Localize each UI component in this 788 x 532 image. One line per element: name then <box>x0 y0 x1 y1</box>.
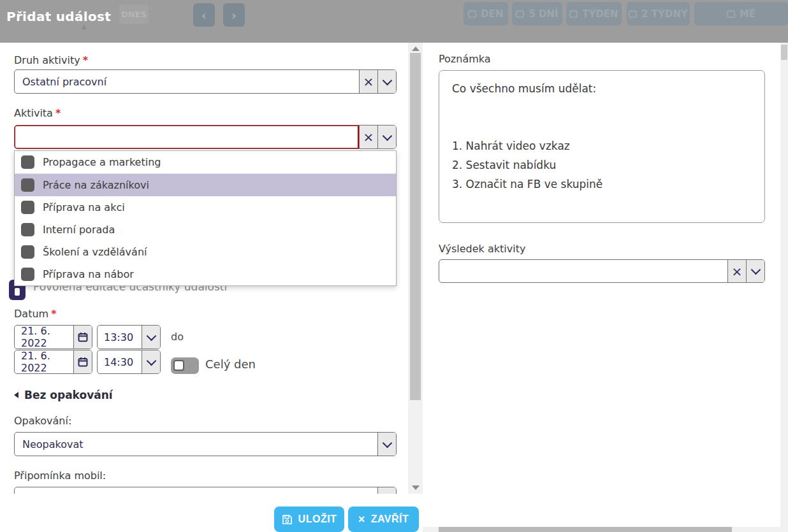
calendar-icon <box>78 357 88 367</box>
recurrence-select[interactable]: Neopakovat <box>14 432 397 456</box>
date-picker-button[interactable] <box>73 326 92 349</box>
start-time-value: 13:30 <box>98 326 142 349</box>
option-checkbox-icon <box>21 223 34 236</box>
option-checkbox-icon <box>21 155 34 169</box>
dropdown-option[interactable]: Interní porada <box>15 219 396 241</box>
dropdown-option[interactable]: Školení a vzdělávání <box>15 241 396 263</box>
recurrence-collapse-header[interactable]: Bez opakování <box>14 389 113 401</box>
save-floppy-icon <box>282 514 293 525</box>
view-day-button[interactable]: DEN <box>463 2 508 25</box>
close-icon: × <box>358 514 365 525</box>
scrollbar-thumb[interactable] <box>781 45 787 60</box>
form-scrollbar[interactable] <box>408 43 423 494</box>
reminder-label: Připomínka mobil: <box>14 470 106 482</box>
clear-button[interactable]: × <box>359 126 377 148</box>
chevron-left-icon: ‹ <box>201 8 207 22</box>
end-date-input[interactable]: 21. 6. 2022 <box>14 350 92 374</box>
view-week-label: TÝDEN <box>582 8 618 20</box>
activity-label: Aktivita* <box>14 107 61 119</box>
dropdown-button[interactable] <box>142 326 160 349</box>
reminder-select[interactable] <box>14 487 397 494</box>
start-date-value: 21. 6. 2022 <box>15 326 73 349</box>
option-checkbox-icon <box>21 178 34 192</box>
prev-button[interactable]: ‹ <box>193 3 215 27</box>
scroll-up-icon[interactable] <box>412 47 420 51</box>
view-2weeks-label: 2 TÝDNY <box>641 8 688 20</box>
view-month-button[interactable]: MĚ <box>694 2 788 25</box>
dropdown-button[interactable] <box>746 260 764 282</box>
clear-button[interactable]: × <box>359 70 377 93</box>
date-label: Datum* <box>14 308 57 320</box>
option-checkbox-icon <box>21 245 34 259</box>
view-week-button[interactable]: TÝDEN <box>566 2 622 25</box>
scrollbar-thumb[interactable] <box>410 53 421 400</box>
result-value <box>439 260 727 282</box>
caret-up-icon: ▲ <box>82 23 87 30</box>
chevron-down-icon <box>382 75 392 85</box>
view-2weeks-button[interactable]: 2 TÝDNY <box>627 2 690 25</box>
date-between-label: do <box>171 331 184 343</box>
activity-value <box>14 125 359 149</box>
page-horizontal-scrollbar[interactable] <box>423 527 788 532</box>
next-button[interactable]: › <box>223 3 245 27</box>
end-time-value: 14:30 <box>98 350 142 373</box>
chevron-down-icon <box>146 331 156 341</box>
clear-icon: × <box>363 75 374 88</box>
date-picker-button[interactable] <box>73 350 92 373</box>
view-month-label: MĚ <box>740 8 755 20</box>
clear-icon: × <box>363 131 374 143</box>
result-select[interactable]: × <box>439 259 765 283</box>
close-button[interactable]: × ZAVŘÍT <box>348 507 419 532</box>
close-label: ZAVŘÍT <box>371 514 409 525</box>
option-checkbox-icon <box>21 201 34 214</box>
dropdown-option[interactable]: Příprava na akci <box>15 196 396 219</box>
dropdown-button[interactable] <box>377 433 396 456</box>
dropdown-option-highlighted[interactable]: Práce na zákazníkovi <box>15 174 396 196</box>
clear-button[interactable]: × <box>727 260 746 282</box>
calendar-icon <box>78 332 88 342</box>
toggle-knob <box>173 360 184 371</box>
chevron-down-icon <box>382 131 392 141</box>
start-time-select[interactable]: 13:30 <box>97 325 161 349</box>
option-checkbox-icon <box>21 268 34 281</box>
required-asterisk: * <box>83 54 88 66</box>
activity-type-label: Druh aktivity* <box>14 54 88 66</box>
dropdown-option[interactable]: Příprava na nábor <box>15 263 396 285</box>
calendar-icon <box>727 10 735 18</box>
chevron-down-icon <box>382 438 392 448</box>
view-5days-button[interactable]: 5 DNÍ <box>512 2 562 25</box>
save-button[interactable]: ULOŽIT <box>274 507 344 532</box>
chevron-down-icon <box>382 493 392 494</box>
view-day-label: DEN <box>481 8 503 20</box>
dropdown-button[interactable] <box>377 70 396 93</box>
calendar-icon <box>629 10 637 18</box>
activity-select[interactable]: × <box>14 125 397 149</box>
chevron-right-icon: › <box>231 8 237 22</box>
end-date-value: 21. 6. 2022 <box>15 350 73 373</box>
end-time-select[interactable]: 14:30 <box>97 350 161 374</box>
check-icon <box>15 288 20 296</box>
dropdown-option[interactable]: Propagace a marketing <box>15 151 396 174</box>
note-textarea[interactable]: Co všechno musím udělat: 1. Nahrát video… <box>439 70 765 223</box>
add-event-modal: kalendáře Přidat událost ▲ DNES ‹ › DEN … <box>0 0 788 532</box>
dropdown-button[interactable] <box>377 487 396 494</box>
activity-dropdown-list: Propagace a marketing Práce na zákazníko… <box>14 150 397 286</box>
recurrence-label: Opakování: <box>14 415 71 427</box>
activity-type-select[interactable]: Ostatní pracovní × <box>14 69 397 94</box>
scroll-down-icon[interactable] <box>412 485 420 490</box>
recurrence-header-label: Bez opakování <box>24 389 113 401</box>
event-form-pane: Druh aktivity* Ostatní pracovní × Aktivi… <box>0 43 423 494</box>
scrollbar-thumb[interactable] <box>439 527 732 532</box>
required-asterisk: * <box>51 308 56 320</box>
all-day-toggle[interactable] <box>171 357 199 374</box>
today-button[interactable]: DNES <box>119 4 149 24</box>
save-label: ULOŽIT <box>298 514 337 525</box>
page-vertical-scrollbar[interactable] <box>780 43 788 528</box>
result-label: Výsledek aktivity <box>439 243 525 255</box>
dropdown-button[interactable] <box>377 126 396 148</box>
clear-icon: × <box>732 265 743 278</box>
dropdown-button[interactable] <box>142 350 160 373</box>
chevron-down-icon <box>750 265 761 275</box>
calendar-icon <box>569 10 578 18</box>
start-date-input[interactable]: 21. 6. 2022 <box>14 325 92 349</box>
